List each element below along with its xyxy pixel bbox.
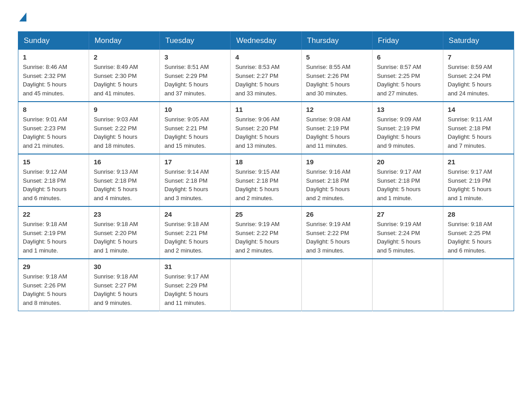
calendar-cell: 30Sunrise: 9:18 AM Sunset: 2:27 PM Dayli… [89, 259, 160, 311]
day-info: Sunrise: 8:51 AM Sunset: 2:29 PM Dayligh… [164, 63, 226, 98]
calendar-cell: 15Sunrise: 9:12 AM Sunset: 2:18 PM Dayli… [18, 154, 89, 206]
day-number: 29 [23, 263, 84, 270]
day-number: 10 [164, 106, 226, 113]
calendar-week-row: 1Sunrise: 8:46 AM Sunset: 2:32 PM Daylig… [18, 50, 514, 102]
day-info: Sunrise: 8:55 AM Sunset: 2:26 PM Dayligh… [306, 63, 368, 98]
calendar-cell [443, 259, 514, 311]
day-number: 11 [235, 106, 296, 113]
calendar-cell: 28Sunrise: 9:18 AM Sunset: 2:25 PM Dayli… [443, 206, 514, 259]
day-number: 20 [377, 158, 438, 166]
weekday-header: Sunday [18, 32, 89, 50]
day-info: Sunrise: 8:49 AM Sunset: 2:30 PM Dayligh… [94, 63, 155, 98]
calendar-cell: 2Sunrise: 8:49 AM Sunset: 2:30 PM Daylig… [89, 50, 160, 102]
day-number: 31 [164, 263, 226, 270]
calendar-header-row: SundayMondayTuesdayWednesdayThursdayFrid… [18, 32, 514, 50]
day-number: 30 [94, 263, 155, 270]
calendar-cell: 1Sunrise: 8:46 AM Sunset: 2:32 PM Daylig… [18, 50, 89, 102]
day-info: Sunrise: 9:18 AM Sunset: 2:26 PM Dayligh… [23, 272, 84, 307]
day-number: 17 [164, 158, 226, 166]
day-info: Sunrise: 9:19 AM Sunset: 2:24 PM Dayligh… [377, 220, 438, 255]
weekday-header: Monday [89, 32, 160, 50]
calendar-cell: 23Sunrise: 9:18 AM Sunset: 2:20 PM Dayli… [89, 206, 160, 259]
day-info: Sunrise: 9:12 AM Sunset: 2:18 PM Dayligh… [23, 167, 84, 202]
day-info: Sunrise: 9:08 AM Sunset: 2:19 PM Dayligh… [306, 115, 368, 150]
day-number: 25 [235, 210, 296, 218]
day-number: 27 [377, 210, 438, 218]
day-number: 2 [94, 53, 155, 61]
calendar-table: SundayMondayTuesdayWednesdayThursdayFrid… [18, 31, 514, 311]
calendar-cell [231, 259, 301, 311]
calendar-cell [372, 259, 443, 311]
day-info: Sunrise: 9:03 AM Sunset: 2:22 PM Dayligh… [94, 115, 155, 150]
calendar-cell: 16Sunrise: 9:13 AM Sunset: 2:18 PM Dayli… [89, 154, 160, 206]
day-number: 6 [377, 53, 438, 61]
calendar-cell: 7Sunrise: 8:59 AM Sunset: 2:24 PM Daylig… [443, 50, 514, 102]
day-info: Sunrise: 9:19 AM Sunset: 2:22 PM Dayligh… [235, 220, 296, 255]
day-info: Sunrise: 9:17 AM Sunset: 2:19 PM Dayligh… [448, 167, 509, 202]
day-number: 18 [235, 158, 296, 166]
calendar-cell [301, 259, 372, 311]
day-number: 5 [306, 53, 368, 61]
weekday-header: Saturday [443, 32, 514, 50]
day-number: 9 [94, 106, 155, 113]
day-info: Sunrise: 9:17 AM Sunset: 2:29 PM Dayligh… [164, 272, 226, 307]
day-number: 24 [164, 210, 226, 218]
day-number: 14 [448, 106, 509, 113]
day-number: 1 [23, 53, 84, 61]
logo-triangle-icon [19, 13, 26, 21]
day-info: Sunrise: 8:46 AM Sunset: 2:32 PM Dayligh… [23, 63, 84, 98]
day-info: Sunrise: 9:15 AM Sunset: 2:18 PM Dayligh… [235, 167, 296, 202]
day-info: Sunrise: 9:18 AM Sunset: 2:25 PM Dayligh… [448, 220, 509, 255]
day-info: Sunrise: 9:13 AM Sunset: 2:18 PM Dayligh… [94, 167, 155, 202]
calendar-cell: 17Sunrise: 9:14 AM Sunset: 2:18 PM Dayli… [160, 154, 231, 206]
day-info: Sunrise: 9:09 AM Sunset: 2:19 PM Dayligh… [377, 115, 438, 150]
calendar-cell: 24Sunrise: 9:18 AM Sunset: 2:21 PM Dayli… [160, 206, 231, 259]
calendar-cell: 14Sunrise: 9:11 AM Sunset: 2:18 PM Dayli… [443, 102, 514, 154]
calendar-cell: 20Sunrise: 9:17 AM Sunset: 2:18 PM Dayli… [372, 154, 443, 206]
day-number: 12 [306, 106, 368, 113]
calendar-cell: 18Sunrise: 9:15 AM Sunset: 2:18 PM Dayli… [231, 154, 301, 206]
weekday-header: Tuesday [160, 32, 231, 50]
weekday-header: Friday [372, 32, 443, 50]
day-info: Sunrise: 9:01 AM Sunset: 2:23 PM Dayligh… [23, 115, 84, 150]
day-info: Sunrise: 9:18 AM Sunset: 2:27 PM Dayligh… [94, 272, 155, 307]
calendar-cell: 10Sunrise: 9:05 AM Sunset: 2:21 PM Dayli… [160, 102, 231, 154]
calendar-cell: 31Sunrise: 9:17 AM Sunset: 2:29 PM Dayli… [160, 259, 231, 311]
day-number: 23 [94, 210, 155, 218]
calendar-cell: 5Sunrise: 8:55 AM Sunset: 2:26 PM Daylig… [301, 50, 372, 102]
logo [18, 13, 26, 22]
day-info: Sunrise: 8:53 AM Sunset: 2:27 PM Dayligh… [235, 63, 296, 98]
day-number: 16 [94, 158, 155, 166]
calendar-cell: 11Sunrise: 9:06 AM Sunset: 2:20 PM Dayli… [231, 102, 301, 154]
day-info: Sunrise: 8:59 AM Sunset: 2:24 PM Dayligh… [448, 63, 509, 98]
weekday-header: Wednesday [231, 32, 301, 50]
day-info: Sunrise: 9:18 AM Sunset: 2:19 PM Dayligh… [23, 220, 84, 255]
day-number: 4 [235, 53, 296, 61]
calendar-cell: 19Sunrise: 9:16 AM Sunset: 2:18 PM Dayli… [301, 154, 372, 206]
calendar-week-row: 29Sunrise: 9:18 AM Sunset: 2:26 PM Dayli… [18, 259, 514, 311]
day-number: 7 [448, 53, 509, 61]
calendar-week-row: 8Sunrise: 9:01 AM Sunset: 2:23 PM Daylig… [18, 102, 514, 154]
day-number: 21 [448, 158, 509, 166]
calendar-cell: 25Sunrise: 9:19 AM Sunset: 2:22 PM Dayli… [231, 206, 301, 259]
calendar-cell: 6Sunrise: 8:57 AM Sunset: 2:25 PM Daylig… [372, 50, 443, 102]
day-number: 28 [448, 210, 509, 218]
calendar-cell: 22Sunrise: 9:18 AM Sunset: 2:19 PM Dayli… [18, 206, 89, 259]
calendar-cell: 29Sunrise: 9:18 AM Sunset: 2:26 PM Dayli… [18, 259, 89, 311]
calendar-cell: 13Sunrise: 9:09 AM Sunset: 2:19 PM Dayli… [372, 102, 443, 154]
calendar-cell: 4Sunrise: 8:53 AM Sunset: 2:27 PM Daylig… [231, 50, 301, 102]
day-number: 13 [377, 106, 438, 113]
calendar-cell: 26Sunrise: 9:19 AM Sunset: 2:22 PM Dayli… [301, 206, 372, 259]
calendar-cell: 27Sunrise: 9:19 AM Sunset: 2:24 PM Dayli… [372, 206, 443, 259]
day-info: Sunrise: 9:18 AM Sunset: 2:20 PM Dayligh… [94, 220, 155, 255]
calendar-week-row: 22Sunrise: 9:18 AM Sunset: 2:19 PM Dayli… [18, 206, 514, 259]
day-info: Sunrise: 9:06 AM Sunset: 2:20 PM Dayligh… [235, 115, 296, 150]
day-number: 3 [164, 53, 226, 61]
day-info: Sunrise: 9:14 AM Sunset: 2:18 PM Dayligh… [164, 167, 226, 202]
day-number: 15 [23, 158, 84, 166]
day-number: 26 [306, 210, 368, 218]
day-info: Sunrise: 9:05 AM Sunset: 2:21 PM Dayligh… [164, 115, 226, 150]
day-info: Sunrise: 9:16 AM Sunset: 2:18 PM Dayligh… [306, 167, 368, 202]
calendar-cell: 21Sunrise: 9:17 AM Sunset: 2:19 PM Dayli… [443, 154, 514, 206]
page-header [18, 13, 514, 22]
